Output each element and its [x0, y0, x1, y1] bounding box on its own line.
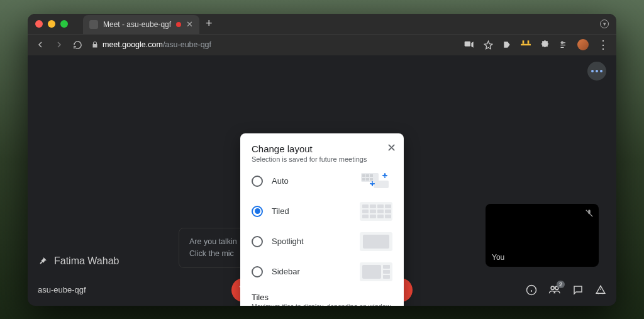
- svg-rect-31: [362, 215, 369, 218]
- browser-menu-button[interactable]: ⋮: [597, 38, 609, 52]
- tiles-section: Tiles Maximum tiles to display, dependin…: [252, 293, 392, 306]
- window-controls: [35, 20, 68, 28]
- close-window-button[interactable]: [35, 20, 43, 28]
- svg-point-9: [551, 286, 554, 289]
- self-view-label: You: [492, 253, 504, 262]
- url-text: meet.google.com/asu-eube-qgf: [103, 40, 211, 49]
- titlebar-menu-icon[interactable]: ▾: [600, 20, 609, 28]
- svg-rect-36: [363, 235, 389, 249]
- svg-rect-2: [523, 40, 525, 43]
- radio-spotlight[interactable]: [252, 236, 263, 247]
- right-controls: 2: [526, 284, 606, 296]
- dialog-subtitle: Selection is saved for future meetings: [252, 155, 392, 163]
- layout-option-label: Sidebar: [272, 267, 351, 276]
- layout-option-tiled[interactable]: Tiled: [252, 202, 392, 221]
- people-button[interactable]: 2: [548, 284, 561, 296]
- fullscreen-window-button[interactable]: [60, 20, 68, 28]
- dialog-title: Change layout: [252, 143, 392, 154]
- radio-auto[interactable]: [252, 176, 263, 187]
- tab-title: Meet - asu-eube-qgf: [103, 20, 171, 29]
- new-tab-button[interactable]: +: [206, 17, 213, 30]
- layout-option-sidebar[interactable]: Sidebar: [252, 262, 392, 281]
- svg-rect-29: [377, 210, 384, 213]
- svg-rect-21: [374, 181, 389, 188]
- layout-thumb-auto-icon: [360, 172, 392, 191]
- layout-thumb-tiled-icon: [360, 202, 392, 221]
- svg-rect-25: [377, 204, 384, 208]
- layout-option-label: Spotlight: [272, 237, 351, 246]
- meet-content: Fatima Wahab Are you talkin Click the mi…: [28, 55, 616, 306]
- svg-rect-33: [377, 215, 384, 218]
- url-host: meet.google.com: [103, 40, 163, 49]
- url-path: /asu-eube-qgf: [163, 40, 211, 49]
- pinned-name: Fatima Wahab: [54, 255, 119, 267]
- titlebar: Meet - asu-eube-qgf ✕ + ▾: [28, 14, 616, 34]
- svg-point-12: [602, 293, 604, 294]
- svg-rect-28: [370, 210, 376, 213]
- back-button[interactable]: [35, 40, 45, 50]
- reading-list-icon[interactable]: [558, 40, 569, 50]
- meet-favicon-icon: [89, 20, 98, 29]
- toolbar-right: ⋮: [464, 38, 609, 52]
- extension-2-icon[interactable]: [521, 40, 531, 50]
- recording-indicator-icon: [176, 22, 181, 27]
- bookmark-star-icon[interactable]: [483, 40, 493, 50]
- minimize-window-button[interactable]: [48, 20, 55, 28]
- svg-rect-27: [362, 210, 369, 213]
- svg-rect-24: [370, 204, 376, 208]
- svg-rect-40: [383, 270, 390, 274]
- svg-rect-38: [362, 265, 381, 279]
- browser-tab[interactable]: Meet - asu-eube-qgf ✕: [83, 15, 199, 34]
- svg-rect-34: [385, 215, 391, 218]
- layout-option-auto[interactable]: Auto: [252, 172, 392, 191]
- pinned-participant: Fatima Wahab: [38, 255, 119, 267]
- svg-rect-15: [362, 174, 365, 177]
- activities-button[interactable]: [595, 284, 606, 296]
- svg-rect-41: [383, 275, 390, 279]
- titlebar-right: ▾: [600, 20, 609, 28]
- svg-rect-1: [521, 44, 531, 46]
- layout-options: AutoTiledSpotlightSidebar: [252, 172, 392, 281]
- layout-option-label: Tiled: [272, 206, 351, 216]
- people-count-badge: 2: [557, 281, 565, 288]
- layout-option-spotlight[interactable]: Spotlight: [252, 232, 392, 251]
- browser-toolbar: meet.google.com/asu-eube-qgf ⋮: [28, 34, 616, 55]
- tab-media-icon[interactable]: [464, 40, 474, 50]
- svg-rect-17: [370, 174, 373, 177]
- svg-rect-39: [383, 265, 390, 269]
- address-bar[interactable]: meet.google.com/asu-eube-qgf: [91, 40, 211, 49]
- meeting-id: asu-eube-qgf: [38, 285, 86, 294]
- pin-icon: [38, 256, 48, 266]
- browser-window: Meet - asu-eube-qgf ✕ + ▾ meet.google.co…: [28, 14, 616, 306]
- mic-muted-icon: [585, 209, 594, 218]
- meeting-details-button[interactable]: [526, 284, 537, 296]
- meeting-more-actions-button[interactable]: [587, 62, 606, 81]
- self-view-tile[interactable]: You: [486, 204, 599, 267]
- close-dialog-button[interactable]: ✕: [387, 141, 396, 155]
- extension-1-icon[interactable]: [502, 40, 512, 50]
- svg-rect-18: [362, 178, 365, 181]
- forward-button[interactable]: [54, 40, 64, 50]
- tiles-desc: Maximum tiles to display, depending on w…: [252, 303, 392, 306]
- radio-tiled[interactable]: [252, 206, 263, 217]
- profile-avatar[interactable]: [577, 39, 589, 50]
- layout-thumb-sidebar-icon: [360, 262, 392, 281]
- reload-button[interactable]: [73, 40, 82, 50]
- chat-button[interactable]: [572, 284, 584, 296]
- svg-rect-30: [385, 210, 391, 213]
- svg-rect-0: [465, 42, 470, 47]
- close-tab-button[interactable]: ✕: [186, 20, 193, 29]
- svg-rect-20: [370, 178, 373, 181]
- change-layout-dialog: ✕ Change layout Selection is saved for f…: [240, 133, 404, 306]
- layout-option-label: Auto: [272, 176, 351, 186]
- svg-rect-3: [528, 40, 530, 43]
- lock-icon: [91, 41, 99, 48]
- svg-rect-23: [362, 204, 369, 208]
- svg-point-11: [597, 293, 599, 294]
- radio-sidebar[interactable]: [252, 266, 263, 277]
- svg-rect-26: [385, 204, 391, 208]
- extensions-icon[interactable]: [540, 40, 550, 50]
- svg-rect-19: [366, 178, 369, 181]
- tiles-title: Tiles: [252, 293, 392, 302]
- svg-point-13: [600, 288, 601, 289]
